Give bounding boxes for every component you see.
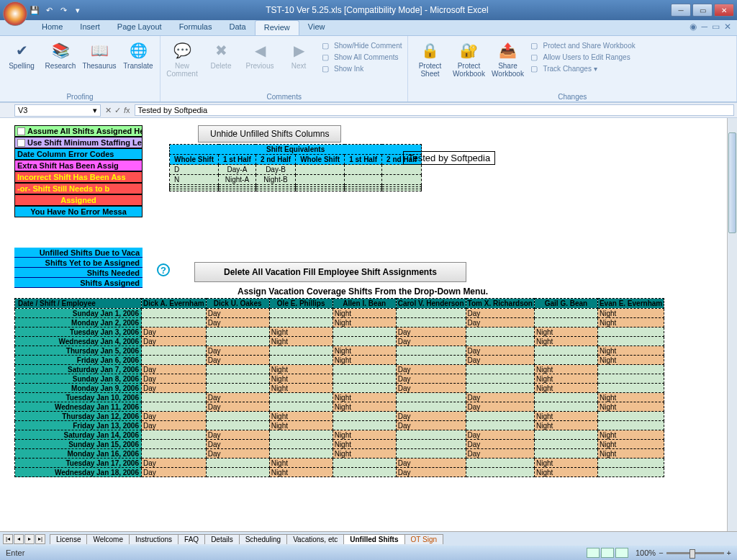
shift-cell[interactable] [269, 440, 333, 449]
thesaurus-button[interactable]: 📖Thesaurus [82, 37, 117, 71]
shift-cell[interactable] [597, 337, 664, 346]
shift-cell[interactable] [597, 459, 664, 468]
shift-cell[interactable] [534, 356, 597, 365]
sheet-tab-instructions[interactable]: Instructions [129, 534, 178, 544]
shift-cell[interactable]: Day [206, 402, 269, 412]
shift-cell[interactable] [206, 459, 269, 468]
shift-cell[interactable] [333, 365, 396, 374]
shift-cell[interactable]: Night [333, 449, 396, 459]
shift-cell[interactable] [396, 402, 466, 412]
shift-cell[interactable] [142, 430, 207, 440]
ribbon-tab-insert[interactable]: Insert [71, 20, 109, 35]
shift-cell[interactable] [142, 356, 207, 365]
shift-cell[interactable]: Night [534, 374, 597, 384]
zoom-level[interactable]: 100% [636, 548, 656, 557]
shift-cell[interactable]: Night [597, 309, 664, 318]
shift-cell[interactable]: Day [396, 459, 466, 468]
shift-cell[interactable] [396, 356, 466, 365]
track-changes-link[interactable]: ▢Track Changes ▾ [529, 63, 636, 74]
shift-cell[interactable] [269, 430, 333, 440]
doc-restore-icon[interactable]: ▭ [712, 22, 720, 32]
shift-cell[interactable]: Night [597, 393, 664, 402]
sheet-tab-faq[interactable]: FAQ [178, 534, 205, 544]
shift-cell[interactable]: Night [597, 430, 664, 440]
shift-cell[interactable]: Day [466, 402, 534, 412]
research-button[interactable]: 📚Research [43, 37, 78, 71]
shift-cell[interactable]: Day [206, 393, 269, 402]
shift-cell[interactable]: Day [142, 421, 207, 430]
shift-cell[interactable] [396, 440, 466, 449]
shift-cell[interactable] [534, 402, 597, 412]
tab-last-icon[interactable]: ▸| [35, 534, 45, 544]
help-circle-icon[interactable]: ? [157, 263, 170, 276]
shift-cell[interactable] [597, 468, 664, 477]
protect-sheet-button[interactable]: 🔒Protect Sheet [412, 37, 447, 79]
shift-cell[interactable] [597, 328, 664, 337]
doc-close-icon[interactable]: ✕ [724, 22, 731, 32]
shift-cell[interactable]: Day [396, 365, 466, 374]
shift-cell[interactable] [466, 328, 534, 337]
sheet-tab-ot-sign[interactable]: OT Sign [404, 534, 444, 544]
ribbon-tab-home[interactable]: Home [33, 20, 71, 35]
shift-cell[interactable]: Night [269, 365, 333, 374]
shift-cell[interactable] [597, 421, 664, 430]
shift-cell[interactable]: Day [466, 440, 534, 449]
ribbon-tab-formulas[interactable]: Formulas [171, 20, 221, 35]
shift-cell[interactable] [142, 440, 207, 449]
enter-icon[interactable]: ✓ [114, 106, 121, 115]
shift-cell[interactable] [466, 421, 534, 430]
tab-first-icon[interactable]: |◂ [3, 534, 13, 544]
vertical-scrollbar[interactable] [727, 118, 737, 531]
shift-cell[interactable]: Day [142, 459, 207, 468]
shift-cell[interactable] [534, 440, 597, 449]
shift-cell[interactable]: Day [206, 449, 269, 459]
shift-cell[interactable]: Night [333, 440, 396, 449]
shift-cell[interactable] [597, 374, 664, 384]
maximize-button[interactable]: ▭ [692, 4, 713, 17]
shift-cell[interactable]: Night [534, 459, 597, 468]
shift-cell[interactable] [269, 393, 333, 402]
tab-next-icon[interactable]: ▸ [24, 534, 35, 544]
shift-cell[interactable]: Night [534, 421, 597, 430]
shift-cell[interactable] [206, 412, 269, 421]
shift-cell[interactable]: Day [466, 393, 534, 402]
shift-cell[interactable]: Day [396, 328, 466, 337]
protect-workbook-button[interactable]: 🔐Protect Workbook [451, 37, 486, 79]
share-workbook-button[interactable]: 📤Share Workbook [490, 37, 525, 79]
shift-cell[interactable]: Day [206, 440, 269, 449]
shift-cell[interactable]: Night [269, 459, 333, 468]
ribbon-tab-view[interactable]: View [299, 20, 334, 35]
office-button[interactable] [3, 1, 27, 26]
shift-cell[interactable]: Day [396, 337, 466, 346]
shift-cell[interactable]: Day [396, 412, 466, 421]
shift-cell[interactable]: Night [333, 346, 396, 356]
shift-cell[interactable] [333, 468, 396, 477]
shift-cell[interactable] [597, 412, 664, 421]
help-icon[interactable]: ◉ [689, 22, 697, 32]
tab-prev-icon[interactable]: ◂ [14, 534, 24, 544]
namebox-dropdown-icon[interactable]: ▾ [93, 106, 97, 115]
qat-dropdown-icon[interactable]: ▾ [72, 4, 83, 16]
shift-cell[interactable]: Night [269, 374, 333, 384]
shift-cell[interactable]: Night [597, 449, 664, 459]
name-box[interactable]: V3▾ [14, 104, 101, 117]
minimize-button[interactable]: ─ [671, 4, 691, 17]
shift-cell[interactable] [534, 318, 597, 328]
shift-cell[interactable]: Day [466, 318, 534, 328]
allow-users-to-edit-ranges-link[interactable]: ▢Allow Users to Edit Ranges [529, 52, 636, 63]
unhide-columns-button[interactable]: Unhide Unfilled Shifts Columns [198, 125, 341, 143]
shift-cell[interactable] [206, 365, 269, 374]
shift-cell[interactable] [466, 374, 534, 384]
ribbon-tab-review[interactable]: Review [255, 20, 299, 35]
checkbox[interactable] [17, 139, 25, 147]
protect-and-share-workbook-link[interactable]: ▢Protect and Share Workbook [529, 40, 636, 51]
sheet-tab-details[interactable]: Details [204, 534, 240, 544]
close-button[interactable]: ✕ [714, 4, 734, 17]
shift-cell[interactable]: Day [466, 356, 534, 365]
cancel-icon[interactable]: ✕ [105, 106, 112, 115]
shift-cell[interactable]: Night [597, 402, 664, 412]
spelling-button[interactable]: ✔Spelling [4, 37, 39, 71]
shift-cell[interactable]: Night [534, 412, 597, 421]
shift-cell[interactable]: Day [142, 365, 207, 374]
shift-cell[interactable] [269, 318, 333, 328]
